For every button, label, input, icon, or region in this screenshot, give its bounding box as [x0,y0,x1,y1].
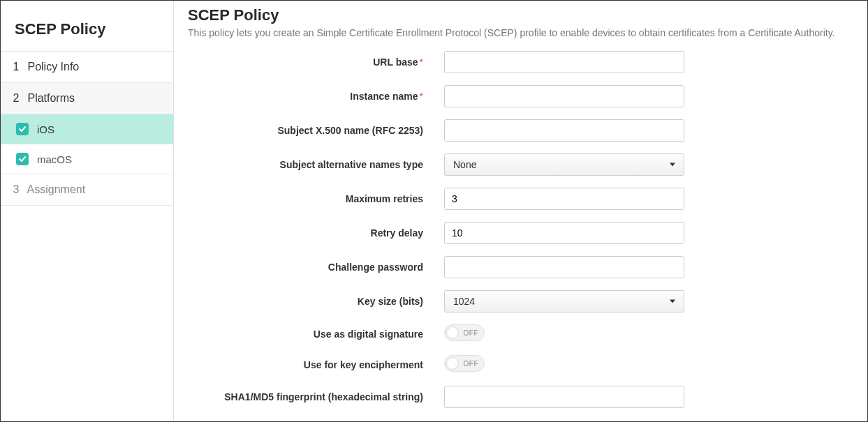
step-number: 2 [10,92,22,105]
input-instance-name[interactable] [444,85,684,107]
toggle-key-encipherment[interactable]: OFF [444,355,485,372]
label-fingerprint: SHA1/MD5 fingerprint (hexadecimal string… [188,391,444,402]
toggle-state: OFF [464,360,479,368]
row-key-encipherment: Use for key encipherment OFF [188,355,853,374]
caret-down-icon [670,163,675,167]
page-title: SCEP Policy [188,6,853,24]
toggle-knob [446,326,459,339]
select-key-size[interactable]: 1024 [444,290,684,312]
checkbox-checked-icon[interactable] [16,123,29,135]
step-number: 3 [10,183,22,196]
input-challenge-password[interactable] [444,256,684,278]
step-policy-info[interactable]: 1 Policy Info [1,52,173,83]
row-digital-signature: Use as digital signature OFF [188,324,853,343]
step-label: Platforms [27,92,75,104]
input-max-retries[interactable] [444,188,684,210]
checkbox-checked-icon[interactable] [16,153,29,165]
row-fingerprint: SHA1/MD5 fingerprint (hexadecimal string… [188,386,853,408]
substep-label: macOS [37,153,72,165]
row-max-retries: Maximum retries [188,188,853,210]
toggle-knob [446,357,459,370]
step-label: Assignment [27,183,86,195]
select-value: 1024 [453,296,475,307]
row-key-size: Key size (bits) 1024 [188,290,853,312]
label-subject-x500: Subject X.500 name (RFC 2253) [188,125,444,136]
substep-macos[interactable]: macOS [1,144,173,174]
substep-ios[interactable]: iOS [1,114,173,144]
label-key-size: Key size (bits) [188,296,444,307]
row-retry-delay: Retry delay [188,222,853,244]
label-challenge-password: Challenge password [188,262,444,273]
label-digital-signature: Use as digital signature [188,329,444,340]
step-label: Policy Info [27,61,79,73]
row-san-type: Subject alternative names type None [188,153,853,176]
page-subtitle: This policy lets you create an Simple Ce… [188,27,853,38]
row-url-base: URL base* [188,51,853,73]
label-key-encipherment: Use for key encipherment [188,359,444,370]
substep-label: iOS [37,123,54,135]
sidebar-title: SCEP Policy [1,1,173,52]
input-retry-delay[interactable] [444,222,684,244]
step-platforms[interactable]: 2 Platforms [1,83,173,114]
toggle-state: OFF [464,329,479,337]
label-url-base: URL base* [188,56,444,68]
input-subject-x500[interactable] [444,119,684,142]
input-fingerprint[interactable] [444,386,684,408]
label-retry-delay: Retry delay [188,227,444,239]
label-san-type: Subject alternative names type [188,159,444,170]
row-subject-x500: Subject X.500 name (RFC 2253) [188,119,853,142]
input-url-base[interactable] [444,51,684,73]
label-instance-name: Instance name* [188,91,444,102]
sidebar: SCEP Policy 1 Policy Info 2 Platforms iO… [1,1,174,421]
select-san-type[interactable]: None [444,153,684,176]
row-instance-name: Instance name* [188,85,853,107]
toggle-digital-signature[interactable]: OFF [444,324,485,341]
label-max-retries: Maximum retries [188,193,444,204]
step-number: 1 [10,61,22,73]
caret-down-icon [670,300,675,303]
step-assignment[interactable]: 3 Assignment [1,174,173,206]
select-value: None [453,159,476,170]
row-challenge-password: Challenge password [188,256,853,278]
main-content: SCEP Policy This policy lets you create … [174,1,867,421]
